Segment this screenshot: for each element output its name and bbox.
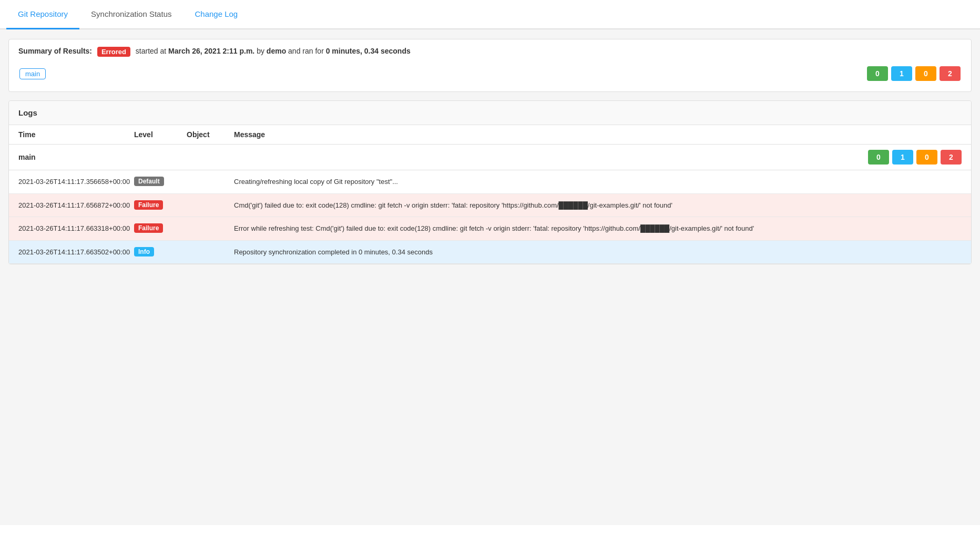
log-time-1: 2021-03-26T14:11:17.656872+00:00 [18,200,134,211]
tab-synchronization-status[interactable]: Synchronization Status [79,0,183,29]
summary-branch-row: main 0 1 0 2 [18,63,962,84]
log-level-2: Failure [134,223,187,233]
col-header-message: Message [234,130,962,139]
col-header-object: Object [187,130,234,139]
count-badge-blue: 1 [891,66,912,81]
log-message-3: Repository synchronization completed in … [234,247,962,258]
log-level-0: Default [134,177,187,186]
log-row-2: 2021-03-26T14:11:17.663318+00:00 Failure… [9,217,971,241]
status-badge: Errored [97,47,130,57]
log-count-blue: 1 [892,150,913,165]
count-badge-red: 2 [940,66,961,81]
branch-tag: main [19,68,46,79]
count-badge-orange: 0 [915,66,936,81]
log-row-0: 2021-03-26T14:11:17.356658+00:00 Default… [9,170,971,194]
log-time-2: 2021-03-26T14:11:17.663318+00:00 [18,223,134,234]
col-header-level: Level [134,130,187,139]
log-count-green: 0 [868,150,889,165]
summary-count-badges: 0 1 0 2 [867,66,961,81]
log-count-orange: 0 [916,150,937,165]
log-branch-count-badges: 0 1 0 2 [234,150,962,165]
log-time-3: 2021-03-26T14:11:17.663502+00:00 [18,247,134,258]
log-message-0: Creating/refreshing local copy of Git re… [234,177,962,187]
log-message-1: Cmd('git') failed due to: exit code(128)… [234,200,962,211]
main-content: Summary of Results: Errored started at M… [0,29,980,525]
log-count-red: 2 [941,150,962,165]
log-level-1: Failure [134,200,187,210]
log-time-0: 2021-03-26T14:11:17.356658+00:00 [18,177,134,187]
col-header-time: Time [18,130,134,139]
log-message-2: Error while refreshing test: Cmd('git') … [234,223,962,234]
count-badge-green: 0 [867,66,888,81]
log-branch-row: main 0 1 0 2 [9,145,971,170]
tab-bar: Git Repository Synchronization Status Ch… [0,0,980,29]
log-row-3: 2021-03-26T14:11:17.663502+00:00 Info Re… [9,241,971,264]
summary-line: Summary of Results: Errored started at M… [18,47,962,57]
summary-card: Summary of Results: Errored started at M… [8,39,972,92]
tab-git-repository[interactable]: Git Repository [6,0,79,29]
tab-change-log[interactable]: Change Log [183,0,249,29]
log-branch-label: main [18,153,134,161]
log-row-1: 2021-03-26T14:11:17.656872+00:00 Failure… [9,194,971,218]
log-level-3: Info [134,247,187,256]
logs-title: Logs [9,101,971,125]
logs-header-row: Time Level Object Message [9,125,971,145]
logs-card: Logs Time Level Object Message main 0 1 … [8,100,972,264]
